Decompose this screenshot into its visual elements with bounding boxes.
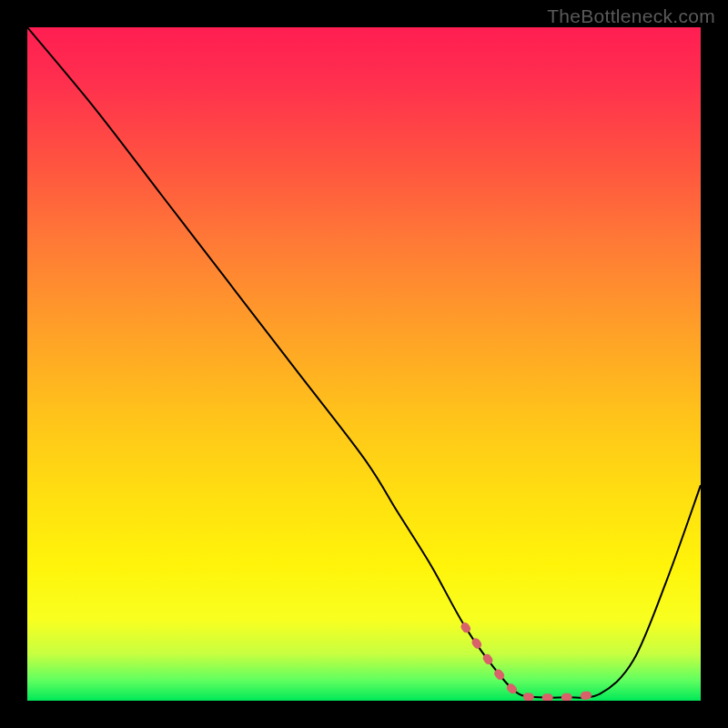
chart-svg: [27, 27, 701, 701]
watermark-text: TheBottleneck.com: [547, 5, 715, 27]
bottleneck-curve-line: [27, 27, 701, 698]
plot-area: [27, 27, 701, 701]
optimal-zone-dash: [465, 627, 600, 698]
